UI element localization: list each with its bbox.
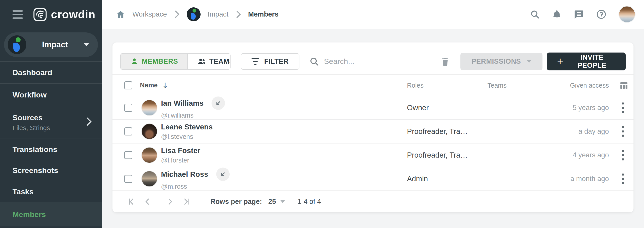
table-row[interactable]: Leane Stevens @l.stevens Proofreader, Tr… bbox=[112, 120, 634, 144]
breadcrumb-workspace[interactable]: Workspace bbox=[132, 10, 167, 18]
app-root: crowdin Impact Dashboard Workflow Source… bbox=[0, 0, 644, 228]
column-header-given-access[interactable]: Given access bbox=[570, 82, 609, 89]
row-checkbox[interactable] bbox=[124, 151, 132, 159]
chevron-right-icon bbox=[236, 10, 241, 18]
sidebar-item-label: Screenshots bbox=[12, 166, 102, 175]
topbar-actions bbox=[530, 6, 636, 23]
last-page-button[interactable] bbox=[182, 197, 191, 206]
table-header: Name ↓ Roles Teams Given access bbox=[112, 74, 634, 96]
user-avatar[interactable] bbox=[618, 6, 636, 23]
column-header-teams[interactable]: Teams bbox=[488, 82, 506, 89]
member-given-access: a day ago bbox=[578, 128, 609, 136]
members-toolbar: MEMBERS TEAMS FILTER bbox=[112, 42, 634, 74]
tab-members[interactable]: MEMBERS bbox=[121, 54, 188, 69]
chevron-down-icon bbox=[527, 60, 531, 63]
member-name[interactable]: Leane Stevens bbox=[161, 123, 213, 131]
column-header-roles[interactable]: Roles bbox=[407, 82, 424, 89]
hamburger-menu-icon[interactable] bbox=[12, 10, 23, 19]
row-menu-kebab-icon[interactable] bbox=[620, 100, 626, 115]
member-roles: Owner bbox=[407, 104, 429, 112]
people-icon bbox=[197, 57, 206, 66]
sidebar-item-dashboard[interactable]: Dashboard bbox=[0, 61, 102, 84]
member-roles: Proofreader, Tra… bbox=[407, 151, 468, 160]
sidebar-item-members[interactable]: Members bbox=[0, 202, 102, 226]
table-row[interactable]: Michael Ross @m.ross Admin a month ago bbox=[112, 167, 634, 191]
next-page-button[interactable] bbox=[166, 197, 175, 206]
home-icon[interactable] bbox=[116, 10, 125, 19]
member-name[interactable]: Michael Ross bbox=[161, 170, 208, 178]
first-page-button[interactable] bbox=[127, 197, 136, 206]
search-icon bbox=[309, 56, 319, 66]
sidebar-item-tasks[interactable]: Tasks bbox=[0, 181, 102, 202]
member-avatar bbox=[141, 100, 158, 116]
rows-per-page-label: Rows per page: bbox=[210, 198, 262, 206]
row-checkbox[interactable] bbox=[124, 104, 132, 112]
row-menu-kebab-icon[interactable] bbox=[620, 124, 626, 139]
sidebar-item-screenshots[interactable]: Screenshots bbox=[0, 160, 102, 181]
tab-teams[interactable]: TEAMS bbox=[188, 54, 231, 69]
column-label: Name bbox=[140, 82, 158, 89]
notifications-bell-icon[interactable] bbox=[552, 10, 562, 19]
delete-trash-icon[interactable] bbox=[440, 56, 450, 66]
row-checkbox[interactable] bbox=[124, 128, 132, 136]
content-area: MEMBERS TEAMS FILTER bbox=[102, 29, 644, 228]
table-row[interactable]: Lisa Foster @l.forster Proofreader, Tra…… bbox=[112, 144, 634, 167]
search-input[interactable] bbox=[324, 57, 440, 66]
select-all-checkbox[interactable] bbox=[124, 81, 132, 90]
row-menu-kebab-icon[interactable] bbox=[620, 171, 626, 186]
member-given-access: a month ago bbox=[570, 175, 609, 183]
chevron-right-icon bbox=[86, 117, 92, 128]
invited-badge bbox=[212, 96, 225, 110]
member-identity: Leane Stevens @l.stevens bbox=[161, 123, 213, 140]
sidebar-item-label: Dashboard bbox=[12, 68, 102, 77]
sidebar-item-label: Tasks bbox=[12, 187, 102, 196]
table-row[interactable]: Ian Williams @i.williams Owner 5 years a… bbox=[112, 96, 634, 120]
previous-page-button[interactable] bbox=[143, 197, 152, 206]
chevron-down-icon bbox=[84, 43, 89, 46]
row-menu-kebab-icon[interactable] bbox=[620, 148, 626, 163]
member-roles: Proofreader, Tra… bbox=[407, 127, 468, 136]
tab-label: MEMBERS bbox=[142, 58, 178, 66]
help-icon[interactable] bbox=[596, 9, 606, 20]
member-username: @l.stevens bbox=[161, 133, 213, 140]
arrow-down-left-icon bbox=[220, 171, 226, 178]
sort-desc-icon: ↓ bbox=[162, 81, 168, 90]
member-avatar bbox=[141, 171, 158, 187]
rows-per-page-select[interactable]: 25 bbox=[268, 198, 285, 206]
column-header-name[interactable]: Name ↓ bbox=[140, 81, 168, 90]
sidebar-item-label: Workflow bbox=[12, 90, 102, 99]
filter-icon bbox=[252, 58, 259, 65]
rows-per-page-value: 25 bbox=[268, 198, 276, 206]
invite-people-button[interactable]: + INVITE PEOPLE bbox=[547, 52, 626, 70]
messages-chat-icon[interactable] bbox=[574, 9, 584, 20]
member-avatar bbox=[141, 147, 158, 163]
member-username: @i.williams bbox=[161, 112, 225, 119]
sidebar-item-sources[interactable]: Sources Files, Strings bbox=[0, 106, 102, 138]
breadcrumb-project[interactable]: Impact bbox=[208, 10, 228, 18]
member-avatar bbox=[141, 124, 158, 140]
project-selector[interactable]: Impact bbox=[4, 32, 98, 57]
filter-button-label: FILTER bbox=[264, 58, 288, 66]
filter-button[interactable]: FILTER bbox=[241, 53, 299, 70]
member-name[interactable]: Ian Williams bbox=[161, 99, 204, 108]
permissions-button-label: PERMISSIONS bbox=[472, 58, 521, 66]
invite-button-label: INVITE PEOPLE bbox=[569, 54, 616, 70]
invited-badge bbox=[216, 168, 230, 181]
crowdin-logo[interactable]: crowdin bbox=[33, 8, 96, 22]
arrow-down-left-icon bbox=[215, 100, 222, 106]
chevron-right-icon bbox=[174, 10, 180, 18]
member-name[interactable]: Lisa Foster bbox=[161, 146, 200, 155]
sidebar-item-translations[interactable]: Translations bbox=[0, 138, 102, 160]
breadcrumb-members: Members bbox=[248, 10, 278, 18]
member-given-access: 4 years ago bbox=[573, 151, 609, 159]
member-username: @m.ross bbox=[161, 183, 230, 190]
chevron-down-icon bbox=[280, 200, 285, 203]
column-settings-icon[interactable] bbox=[619, 81, 628, 90]
view-tabs: MEMBERS TEAMS bbox=[120, 53, 230, 70]
search-icon[interactable] bbox=[530, 10, 540, 19]
permissions-button[interactable]: PERMISSIONS bbox=[460, 53, 542, 70]
sidebar-item-workflow[interactable]: Workflow bbox=[0, 84, 102, 106]
plus-icon: + bbox=[557, 56, 563, 66]
project-avatar bbox=[8, 35, 26, 54]
row-checkbox[interactable] bbox=[124, 175, 132, 183]
